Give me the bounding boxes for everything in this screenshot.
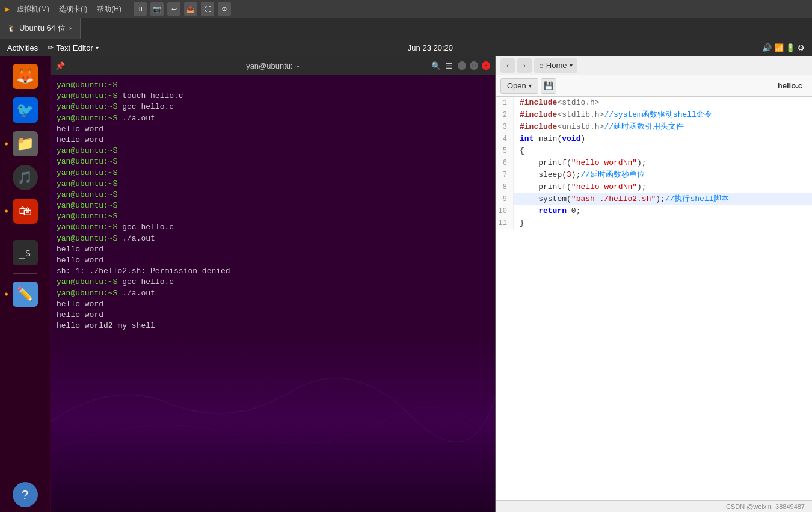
code-line-6: 6 printf("hello word\n"); [496, 157, 812, 169]
terminal-line-2: yan@ubuntu:~$ touch hello.c [57, 91, 489, 102]
sidebar-item-files[interactable]: 📁 [10, 128, 41, 159]
terminal-title: yan@ubuntu: ~ [246, 61, 300, 70]
nav-home-button[interactable]: ⌂ Home ▾ [534, 58, 577, 73]
vm-menu-virtual[interactable]: 虚拟机(M) [17, 4, 49, 14]
watermark-text: CSDN @weixin_38849487 [726, 503, 805, 510]
settings-icon[interactable]: ⚙ [218, 2, 231, 16]
terminal-line-3: yan@ubuntu:~$ gcc hello.c [57, 102, 489, 113]
code-line-3: 3 #include<unistd.h>//延时函数引用头文件 [496, 121, 812, 133]
nav-back-button[interactable]: ‹ [500, 58, 515, 73]
sidebar-item-rhythmbox[interactable]: 🎵 [10, 162, 41, 193]
sidebar-separator-2 [13, 273, 37, 274]
code-line-4: 4 int main(void) [496, 133, 812, 145]
close-button[interactable]: × [482, 61, 490, 70]
terminal-line-17: hello word [57, 255, 489, 266]
terminal-line-5: hello word [57, 124, 489, 135]
vm-menu-help[interactable]: 帮助(H) [97, 4, 121, 14]
snapshot-icon[interactable]: 📷 [150, 2, 164, 16]
terminal-line-8: yan@ubuntu:~$ [57, 156, 489, 167]
home-icon: ⌂ [539, 61, 544, 70]
editor-footer: CSDN @weixin_38849487 [496, 500, 812, 512]
terminal-icon: _$ [19, 247, 31, 259]
firefox-icon: 🦊 [16, 68, 34, 85]
sidebar: 🦊 🐦 📁 🎵 🛍 _$ [0, 56, 51, 512]
terminal-line-14: yan@ubuntu:~$ gcc hello.c [57, 222, 489, 233]
send-icon[interactable]: 📤 [184, 2, 197, 16]
gnome-bar-right[interactable]: 🔊 📶 🔋 ⚙ [762, 43, 805, 52]
home-label: Home [546, 61, 567, 70]
open-button[interactable]: Open ▾ [500, 78, 538, 94]
svg-point-1 [357, 428, 405, 476]
terminal-line-22: hello word [57, 310, 489, 321]
terminal-line-21: hello word [57, 299, 489, 310]
rhythmbox-icon: 🎵 [17, 170, 32, 185]
terminal-line-23: hello world2 my shell [57, 321, 489, 332]
tab-bar: 🐧 Ubuntu 64 位 × [0, 18, 812, 39]
editor-toolbar: Open ▾ 💾 hello.c [496, 75, 812, 97]
datetime-display: Jun 23 20:20 [408, 43, 453, 52]
code-line-9: 9 system("bash ./hello2.sh");//执行shell脚本 [496, 193, 812, 205]
save-button[interactable]: 💾 [541, 78, 556, 94]
vm-menu[interactable]: 虚拟机(M) 选项卡(I) 帮助(H) [17, 4, 121, 14]
sidebar-item-firefox[interactable]: 🦊 [10, 61, 41, 92]
home-chevron-icon: ▾ [570, 62, 573, 69]
content-area: 📌 yan@ubuntu: ~ 🔍 ☰ ─ □ × yan@ubuntu:~$ … [51, 56, 812, 512]
terminal-menu-icon[interactable]: ☰ [446, 61, 453, 70]
terminal-search-icon[interactable]: 🔍 [431, 61, 441, 70]
text-editor-dock-icon: ✏️ [17, 286, 33, 302]
editor-code-content[interactable]: 1 #include<stdio.h> 2 #include<stdlib.h>… [496, 97, 812, 500]
terminal-titlebar: 📌 yan@ubuntu: ~ 🔍 ☰ ─ □ × [51, 56, 495, 75]
open-chevron-icon: ▾ [529, 82, 532, 89]
text-editor-window: ‹ › ⌂ Home ▾ Open ▾ 💾 h [496, 56, 812, 512]
terminal-line-12: yan@ubuntu:~$ [57, 200, 489, 211]
window-controls[interactable]: ─ □ × [458, 61, 490, 70]
text-editor-label[interactable]: Text Editor [56, 43, 93, 52]
code-line-5: 5 { [496, 145, 812, 157]
save-icon: 💾 [544, 81, 553, 90]
pause-icon[interactable]: ⏸ [134, 2, 147, 16]
gnome-bar-left[interactable]: Activities ✏ Text Editor ▾ [7, 43, 99, 52]
terminal-line-4: yan@ubuntu:~$ ./a.out [57, 113, 489, 124]
terminal-body: yan@ubuntu:~$ yan@ubuntu:~$ touch hello.… [51, 75, 495, 332]
code-line-2: 2 #include<stdlib.h>//system函数驱动shell命令 [496, 109, 812, 121]
tab-label: Ubuntu 64 位 [19, 23, 66, 34]
terminal-line-7: yan@ubuntu:~$ [57, 146, 489, 156]
terminal-line-18: sh: 1: ./hello2.sh: Permission denied [57, 266, 489, 277]
sidebar-item-text-editor[interactable]: ✏️ [10, 279, 41, 310]
code-line-11: 11 } [496, 217, 812, 229]
system-tray[interactable]: 🔊 📶 🔋 ⚙ [762, 43, 805, 52]
sidebar-item-app-center[interactable]: 🛍 [10, 196, 41, 227]
open-label: Open [507, 81, 526, 90]
tab-os-icon: 🐧 [7, 25, 16, 32]
gnome-bar: Activities ✏ Text Editor ▾ Jun 23 20:20 … [0, 39, 812, 56]
fullscreen-icon[interactable]: ⛶ [201, 2, 214, 16]
vm-topbar: ▶ 虚拟机(M) 选项卡(I) 帮助(H) ⏸ 📷 ↩ 📤 ⛶ ⚙ [0, 0, 812, 18]
text-editor-app-name[interactable]: ✏ Text Editor ▾ [48, 43, 98, 52]
minimize-button[interactable]: ─ [458, 61, 466, 70]
tab-close-button[interactable]: × [69, 25, 73, 32]
ubuntu-tab[interactable]: 🐧 Ubuntu 64 位 × [0, 18, 81, 39]
editor-filename: hello.c [778, 81, 807, 90]
code-line-1: 1 #include<stdio.h> [496, 97, 812, 109]
text-editor-icon-small: ✏ [48, 43, 54, 52]
code-line-10: 10 return 0; [496, 205, 812, 217]
terminal-line-1: yan@ubuntu:~$ [57, 80, 489, 91]
code-line-8: 8 printf("hello word\n"); [496, 181, 812, 193]
terminal-line-19: yan@ubuntu:~$ gcc hello.c [57, 277, 489, 288]
terminal-line-11: yan@ubuntu:~$ [57, 190, 489, 200]
help-icon[interactable]: ? [13, 482, 38, 507]
terminal-line-15: yan@ubuntu:~$ ./a.out [57, 233, 489, 244]
maximize-button[interactable]: □ [470, 61, 478, 70]
activities-button[interactable]: Activities [7, 43, 38, 52]
app-menu-chevron[interactable]: ▾ [96, 45, 99, 51]
sidebar-item-terminal[interactable]: _$ [10, 237, 41, 268]
terminal-pin-icon: 📌 [55, 61, 65, 70]
revert-icon[interactable]: ↩ [167, 2, 180, 16]
vm-logo: ▶ [5, 5, 10, 13]
sidebar-item-thunderbird[interactable]: 🐦 [10, 94, 41, 126]
vm-menu-tab[interactable]: 选项卡(I) [59, 4, 87, 14]
app-center-icon: 🛍 [19, 203, 32, 219]
nav-forward-button[interactable]: › [517, 58, 532, 73]
terminal-line-16: hello word [57, 244, 489, 255]
gnome-bar-clock: Jun 23 20:20 [408, 43, 453, 52]
